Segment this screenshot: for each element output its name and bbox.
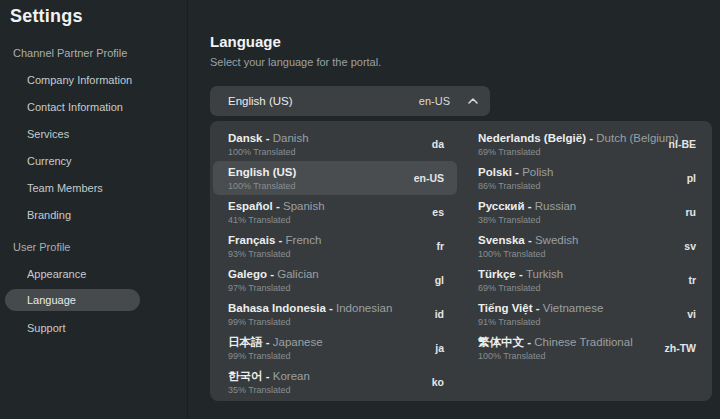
section-heading: Language: [210, 33, 712, 50]
language-title: 한국어 - Korean: [228, 370, 424, 383]
language-option-tr[interactable]: Türkçe - Turkish 69% Translated tr: [460, 263, 712, 297]
language-title: 日本語 - Japanese: [228, 336, 427, 349]
sidebar-item-services[interactable]: Services: [0, 120, 187, 147]
sidebar-item-team-members[interactable]: Team Members: [0, 174, 187, 201]
language-title: Svenska - Swedish: [478, 234, 676, 247]
language-option-gl[interactable]: Galego - Galician 97% Translated gl: [210, 263, 460, 297]
dropdown-selected-label: English (US): [228, 95, 409, 107]
sidebar: Settings Channel Partner Profile Company…: [0, 0, 188, 419]
language-title: Dansk - Danish: [228, 132, 424, 145]
language-option-vi[interactable]: Tiếng Việt - Vietnamese 91% Translated v…: [460, 297, 712, 331]
language-title: Galego - Galician: [228, 268, 427, 281]
language-list-column-left: Dansk - Danish 100% Translated da Englis…: [210, 127, 460, 401]
language-title: 繁体中文 - Chinese Traditional: [478, 336, 657, 349]
language-code: tr: [688, 274, 696, 286]
language-code: sv: [684, 240, 696, 252]
dropdown-selected-code: en-US: [419, 95, 450, 107]
language-code: ko: [432, 376, 444, 388]
sidebar-item-support[interactable]: Support: [0, 314, 187, 341]
language-translated: 100% Translated: [478, 249, 676, 259]
language-option-fr[interactable]: Français - French 93% Translated fr: [210, 229, 460, 263]
language-code: fr: [436, 240, 444, 252]
language-translated: 41% Translated: [228, 215, 424, 225]
language-option-nl-BE[interactable]: Nederlands (België) - Dutch (Belgium) 69…: [460, 127, 712, 161]
language-translated: 35% Translated: [228, 385, 424, 395]
language-option-es[interactable]: Español - Spanish 41% Translated es: [210, 195, 460, 229]
language-option-ja[interactable]: 日本語 - Japanese 99% Translated ja: [210, 331, 460, 365]
language-option-en-US[interactable]: English (US) 100% Translated en-US: [213, 161, 457, 195]
language-title: Nederlands (België) - Dutch (Belgium): [478, 132, 661, 145]
language-translated: 100% Translated: [228, 181, 406, 191]
language-code: ja: [435, 342, 444, 354]
language-translated: 93% Translated: [228, 249, 428, 259]
language-settings-panel: Language Select your language for the po…: [210, 0, 712, 401]
sidebar-section-channel-partner-profile: Channel Partner Profile: [0, 39, 187, 66]
language-list-column-right: Nederlands (België) - Dutch (Belgium) 69…: [460, 127, 712, 401]
language-translated: 99% Translated: [228, 317, 427, 327]
sidebar-item-appearance[interactable]: Appearance: [0, 260, 187, 287]
language-code: en-US: [414, 172, 444, 184]
language-code: vi: [687, 308, 696, 320]
language-option-ru[interactable]: Русский - Russian 38% Translated ru: [460, 195, 712, 229]
settings-page: Settings Channel Partner Profile Company…: [0, 0, 720, 419]
language-option-da[interactable]: Dansk - Danish 100% Translated da: [210, 127, 460, 161]
language-title: English (US): [228, 166, 406, 179]
language-code: pl: [687, 172, 696, 184]
language-title: Tiếng Việt - Vietnamese: [478, 302, 679, 315]
language-code: nl-BE: [669, 138, 696, 150]
language-code: da: [432, 138, 444, 150]
sidebar-item-language[interactable]: Language: [5, 289, 140, 311]
sidebar-section-user-profile: User Profile: [0, 233, 187, 260]
section-subtitle: Select your language for the portal.: [210, 56, 712, 68]
language-code: id: [435, 308, 444, 320]
language-code: gl: [435, 274, 444, 286]
language-title: Bahasa Indonesia - Indonesian: [228, 302, 427, 315]
language-translated: 100% Translated: [228, 147, 424, 157]
language-code: ru: [686, 206, 697, 218]
language-code: es: [432, 206, 444, 218]
language-dropdown-button[interactable]: English (US) en-US: [210, 86, 490, 116]
language-title: Français - French: [228, 234, 428, 247]
language-translated: 97% Translated: [228, 283, 427, 293]
language-translated: 99% Translated: [228, 351, 427, 361]
language-title: Русский - Russian: [478, 200, 678, 213]
language-translated: 91% Translated: [478, 317, 679, 327]
sidebar-item-company-information[interactable]: Company Information: [0, 66, 187, 93]
language-option-zh-TW[interactable]: 繁体中文 - Chinese Traditional 100% Translat…: [460, 331, 712, 365]
language-translated: 86% Translated: [478, 181, 679, 191]
language-translated: 100% Translated: [478, 351, 657, 361]
language-option-ko[interactable]: 한국어 - Korean 35% Translated ko: [210, 365, 460, 399]
page-title: Settings: [0, 0, 187, 34]
chevron-up-icon: [468, 96, 478, 106]
language-title: Español - Spanish: [228, 200, 424, 213]
sidebar-item-currency[interactable]: Currency: [0, 147, 187, 174]
sidebar-item-contact-information[interactable]: Contact Information: [0, 93, 187, 120]
language-translated: 69% Translated: [478, 283, 680, 293]
language-option-id[interactable]: Bahasa Indonesia - Indonesian 99% Transl…: [210, 297, 460, 331]
sidebar-item-branding[interactable]: Branding: [0, 201, 187, 228]
language-translated: 38% Translated: [478, 215, 678, 225]
language-title: Türkçe - Turkish: [478, 268, 680, 281]
language-option-pl[interactable]: Polski - Polish 86% Translated pl: [460, 161, 712, 195]
language-option-sv[interactable]: Svenska - Swedish 100% Translated sv: [460, 229, 712, 263]
language-title: Polski - Polish: [478, 166, 679, 179]
language-translated: 69% Translated: [478, 147, 661, 157]
language-code: zh-TW: [665, 342, 697, 354]
language-dropdown-panel: Dansk - Danish 100% Translated da Englis…: [210, 121, 712, 401]
